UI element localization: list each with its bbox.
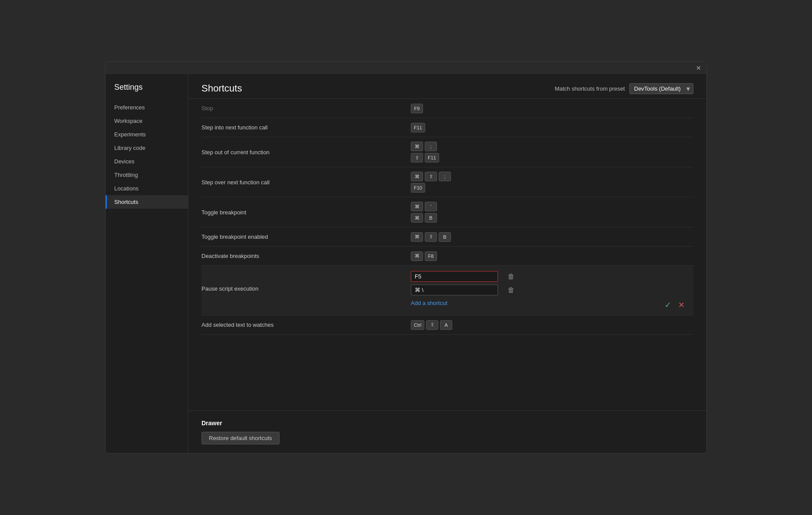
content-header: Shortcuts Match shortcuts from preset De… xyxy=(188,74,706,99)
restore-defaults-button[interactable]: Restore default shortcuts xyxy=(201,432,280,444)
key-cmd2: ⌘ xyxy=(411,172,423,181)
shortcut-row-step-out: Step out of current function ⌘ ; ⇧ F11 xyxy=(201,137,693,167)
key-cmd5: ⌘ xyxy=(411,232,423,242)
key-ctrl: Ctrl xyxy=(411,320,424,330)
delete-pause-2-button[interactable]: 🗑 xyxy=(505,285,517,295)
pause-script-inputs: 🗑 🗑 Add a shortcut xyxy=(411,271,693,306)
content-area: Shortcuts Match shortcuts from preset De… xyxy=(188,74,706,453)
sidebar-item-locations[interactable]: Locations xyxy=(106,182,188,195)
key-cmd3: ⌘ xyxy=(411,202,423,211)
sidebar-item-preferences[interactable]: Preferences xyxy=(106,101,188,114)
sidebar-item-throttling[interactable]: Throttling xyxy=(106,168,188,182)
key-row: F10 xyxy=(411,183,693,193)
shortcut-keys-toggle-bp: ⌘ ' ⌘ B xyxy=(411,202,693,223)
shortcut-name-toggle-bp-enabled: Toggle breakpoint enabled xyxy=(201,234,411,240)
shortcut-keys-toggle-bp-enabled: ⌘ ⇧ B xyxy=(411,232,693,242)
sidebar-title: Settings xyxy=(106,78,188,101)
drawer-title: Drawer xyxy=(201,420,693,427)
shortcut-row-step-over: Step over next function call ⌘ ⇧ ; F10 xyxy=(201,167,693,197)
shortcut-row-deactivate-bp: Deactivate breakpoints ⌘ F8 xyxy=(201,247,693,266)
shortcut-keys-stop: F9 xyxy=(411,104,693,113)
shortcuts-list: Stop F9 Step into next function call F11 xyxy=(188,99,706,410)
shortcut-name-step-over: Step over next function call xyxy=(201,179,411,186)
key-shift4: ⇧ xyxy=(426,320,438,330)
titlebar: ✕ xyxy=(106,62,706,74)
shortcut-name-step-into: Step into next function call xyxy=(201,124,411,131)
key-row: F11 xyxy=(411,123,693,132)
key-row: ⌘ ' xyxy=(411,202,693,211)
key-row: ⌘ B xyxy=(411,213,693,223)
key-row: ⌘ F8 xyxy=(411,251,693,261)
key-shift: ⇧ xyxy=(411,153,423,163)
key-b: B xyxy=(425,213,437,223)
key-f8: F8 xyxy=(425,251,437,261)
sidebar: Settings Preferences Workspace Experimen… xyxy=(106,74,188,453)
key-row: F9 xyxy=(411,104,693,113)
sidebar-item-workspace[interactable]: Workspace xyxy=(106,114,188,128)
confirm-buttons: ✓ ✕ xyxy=(665,300,685,310)
sidebar-item-library-code[interactable]: Library code xyxy=(106,141,188,155)
shortcut-name-stop: Stop xyxy=(201,105,411,112)
shortcut-row-pause-script: Pause script execution 🗑 🗑 Add a shortcu… xyxy=(201,266,693,315)
key-b2: B xyxy=(439,232,451,242)
sidebar-item-devices[interactable]: Devices xyxy=(106,155,188,168)
shortcut-keys-step-out: ⌘ ; ⇧ F11 xyxy=(411,142,693,163)
shortcut-keys-step-over: ⌘ ⇧ ; F10 xyxy=(411,172,693,193)
delete-pause-1-button[interactable]: 🗑 xyxy=(505,272,517,281)
key-row: Ctrl ⇧ A xyxy=(411,320,693,330)
preset-area: Match shortcuts from preset DevTools (De… xyxy=(555,83,693,94)
key-f10: F10 xyxy=(411,183,425,193)
key-f11: F11 xyxy=(411,123,425,132)
shortcut-keys-step-into: F11 xyxy=(411,123,693,132)
key-apos: ' xyxy=(425,202,437,211)
shortcut-keys-deactivate-bp: ⌘ F8 xyxy=(411,251,693,261)
shortcut-name-step-out: Step out of current function xyxy=(201,149,411,156)
shortcut-row-step-into: Step into next function call F11 xyxy=(201,118,693,137)
main-content: Settings Preferences Workspace Experimen… xyxy=(106,74,706,453)
confirm-check-button[interactable]: ✓ xyxy=(665,300,671,310)
key-f9: F9 xyxy=(411,104,423,113)
pause-input-row-1: 🗑 xyxy=(411,271,693,282)
shortcut-name-deactivate-bp: Deactivate breakpoints xyxy=(201,253,411,259)
key-row: ⌘ ⇧ ; xyxy=(411,172,693,181)
preset-select-wrapper[interactable]: DevTools (Default) Visual Studio Code xyxy=(629,83,693,94)
key-semi2: ; xyxy=(439,172,451,181)
pause-script-header: Pause script execution 🗑 🗑 Add a shortcu… xyxy=(201,271,693,306)
sidebar-item-shortcuts[interactable]: Shortcuts xyxy=(106,195,188,209)
key-row: ⌘ ⇧ B xyxy=(411,232,693,242)
key-shift3: ⇧ xyxy=(425,232,437,242)
pause-input-row-2: 🗑 xyxy=(411,285,693,295)
pause-script-input-2[interactable] xyxy=(411,285,498,295)
shortcut-row-stop: Stop F9 xyxy=(201,99,693,118)
shortcut-row-toggle-bp-enabled: Toggle breakpoint enabled ⌘ ⇧ B xyxy=(201,227,693,247)
shortcut-keys-add-watches: Ctrl ⇧ A xyxy=(411,320,693,330)
shortcut-name-add-watches: Add selected text to watches xyxy=(201,322,411,328)
key-semicolon: ; xyxy=(425,142,437,151)
shortcut-row-add-watches: Add selected text to watches Ctrl ⇧ A xyxy=(201,315,693,335)
key-cmd: ⌘ xyxy=(411,142,423,151)
pause-script-input-1[interactable] xyxy=(411,271,498,282)
shortcut-name-pause-script: Pause script execution xyxy=(201,285,411,292)
page-title: Shortcuts xyxy=(201,83,242,94)
key-shift2: ⇧ xyxy=(425,172,437,181)
key-row: ⌘ ; xyxy=(411,142,693,151)
settings-window: ✕ Settings Preferences Workspace Experim… xyxy=(105,61,707,454)
shortcut-row-toggle-bp: Toggle breakpoint ⌘ ' ⌘ B xyxy=(201,197,693,227)
preset-label: Match shortcuts from preset xyxy=(555,85,625,92)
key-a: A xyxy=(440,320,452,330)
add-shortcut-link[interactable]: Add a shortcut xyxy=(411,300,693,306)
key-f11-2: F11 xyxy=(425,153,439,163)
key-cmd6: ⌘ xyxy=(411,251,423,261)
shortcut-name-toggle-bp: Toggle breakpoint xyxy=(201,209,411,216)
sidebar-item-experiments[interactable]: Experiments xyxy=(106,128,188,141)
close-button[interactable]: ✕ xyxy=(696,64,701,71)
drawer-section: Drawer Restore default shortcuts xyxy=(188,410,706,453)
confirm-x-button[interactable]: ✕ xyxy=(678,300,685,310)
preset-select[interactable]: DevTools (Default) Visual Studio Code xyxy=(629,83,693,94)
key-cmd4: ⌘ xyxy=(411,213,423,223)
key-row: ⇧ F11 xyxy=(411,153,693,163)
